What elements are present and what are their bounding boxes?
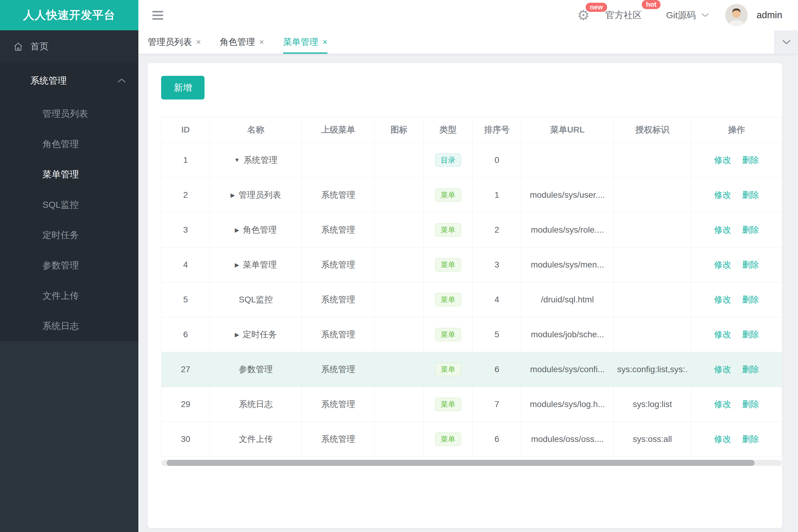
type-badge: 菜单: [435, 363, 461, 376]
scrollbar-thumb[interactable]: [167, 460, 755, 466]
sidebar-item[interactable]: 文件上传: [0, 281, 138, 311]
cell-auth-flag: [614, 178, 691, 213]
edit-link[interactable]: 修改: [714, 434, 731, 444]
community-link[interactable]: 官方社区 hot: [605, 9, 650, 21]
cell-order: 2: [473, 213, 521, 247]
table-header-row: ID 名称 上级菜单 图标 类型 排序号 菜单URL 授权标识 操作: [162, 117, 782, 143]
tab-bar: 管理员列表 × 角色管理 × 菜单管理 ×: [138, 30, 798, 54]
edit-link[interactable]: 修改: [714, 190, 731, 200]
cell-name: ▶定时任务: [210, 317, 302, 352]
close-icon[interactable]: ×: [259, 37, 264, 47]
edit-link[interactable]: 修改: [714, 155, 731, 165]
avatar[interactable]: [725, 4, 748, 26]
cell-id: 6: [162, 317, 210, 352]
close-icon[interactable]: ×: [196, 37, 201, 47]
tab-list-dropdown-button[interactable]: [774, 30, 798, 54]
delete-link[interactable]: 删除: [742, 330, 759, 339]
sidebar-item[interactable]: 定时任务: [0, 220, 138, 250]
cell-icon: [375, 352, 424, 387]
cell-name: ▶角色管理: [210, 213, 302, 247]
menu-name: 定时任务: [243, 329, 277, 340]
edit-link[interactable]: 修改: [714, 365, 731, 374]
username[interactable]: admin: [757, 10, 782, 21]
cell-order: 5: [473, 317, 521, 352]
edit-link[interactable]: 修改: [714, 225, 731, 234]
cell-name: 参数管理: [210, 352, 302, 387]
sidebar-item[interactable]: 参数管理: [0, 250, 138, 281]
edit-link[interactable]: 修改: [714, 260, 731, 269]
cell-menu-url: modules/sys/log.h...: [521, 387, 614, 422]
cell-type: 菜单: [424, 178, 473, 213]
sidebar-item[interactable]: SQL监控: [0, 190, 138, 220]
cell-parent-menu: 系统管理: [302, 213, 375, 247]
sidebar-toggle-button[interactable]: [150, 9, 165, 21]
tab-menu-management[interactable]: 菜单管理 ×: [283, 30, 328, 54]
table-row: 29系统日志系统管理菜单7modules/sys/log.h...sys:log…: [162, 387, 782, 422]
cell-actions: 修改删除: [691, 422, 782, 457]
cell-actions: 修改删除: [691, 247, 782, 282]
delete-link[interactable]: 删除: [742, 260, 759, 269]
cell-parent-menu: [302, 143, 375, 178]
chevron-up-icon: [117, 78, 126, 83]
menu-management-panel: 新增 ID 名称 上级菜单 图标 类型 排: [148, 63, 782, 528]
cell-auth-flag: [614, 143, 691, 178]
tab-role-management[interactable]: 角色管理 ×: [220, 30, 264, 54]
cell-actions: 修改删除: [691, 352, 782, 387]
delete-link[interactable]: 删除: [742, 295, 759, 304]
col-icon: 图标: [375, 117, 424, 143]
edit-link[interactable]: 修改: [714, 295, 731, 304]
horizontal-scrollbar[interactable]: [161, 460, 782, 466]
tab-admin-list[interactable]: 管理员列表 ×: [148, 30, 201, 54]
expand-arrow-icon[interactable]: ▶: [230, 192, 235, 199]
menu-name: 角色管理: [243, 224, 277, 236]
sidebar-section-system[interactable]: 系统管理: [0, 63, 138, 99]
cell-id: 2: [162, 178, 210, 213]
delete-link[interactable]: 删除: [742, 190, 759, 200]
cell-name: 系统日志: [210, 387, 302, 422]
delete-link[interactable]: 删除: [742, 365, 759, 374]
cell-auth-flag: [614, 282, 691, 317]
cell-name: 文件上传: [210, 422, 302, 457]
edit-link[interactable]: 修改: [714, 399, 731, 409]
table-row: 5SQL监控系统管理菜单4/druid/sql.html修改删除: [162, 282, 782, 317]
sidebar-item[interactable]: 管理员列表: [0, 99, 138, 129]
cell-name: ▶菜单管理: [210, 247, 302, 282]
cell-icon: [375, 282, 424, 317]
cell-icon: [375, 143, 424, 178]
cell-order: 0: [473, 143, 521, 178]
close-icon[interactable]: ×: [322, 37, 328, 47]
cell-name: ▶管理员列表: [210, 178, 302, 213]
expand-arrow-icon[interactable]: ▶: [235, 331, 239, 338]
sidebar-item-home[interactable]: 首页: [0, 30, 138, 63]
expand-arrow-icon[interactable]: ▶: [235, 227, 239, 233]
cell-parent-menu: 系统管理: [302, 178, 375, 213]
table-row: 30文件上传系统管理菜单6modules/oss/oss....sys:oss:…: [162, 422, 782, 457]
collapse-arrow-icon[interactable]: ▼: [234, 157, 240, 164]
cell-id: 27: [162, 352, 210, 387]
table-row: 6▶定时任务系统管理菜单5modules/job/sche...修改删除: [162, 317, 782, 352]
type-badge: 菜单: [435, 293, 461, 307]
cell-auth-flag: sys:config:list,sys:.: [614, 352, 691, 387]
delete-link[interactable]: 删除: [742, 399, 759, 409]
cell-type: 菜单: [424, 317, 473, 352]
cell-menu-url: modules/sys/user....: [521, 178, 614, 213]
delete-link[interactable]: 删除: [742, 155, 759, 165]
git-source-dropdown[interactable]: Git源码: [666, 9, 709, 21]
sidebar-item[interactable]: 菜单管理: [0, 159, 138, 190]
expand-arrow-icon[interactable]: ▶: [235, 262, 239, 268]
add-button[interactable]: 新增: [161, 76, 204, 99]
delete-link[interactable]: 删除: [742, 434, 759, 444]
settings-button[interactable]: ⚙︎ new: [577, 8, 590, 22]
edit-link[interactable]: 修改: [714, 330, 731, 339]
cell-id: 5: [162, 282, 210, 317]
cell-actions: 修改删除: [691, 387, 782, 422]
cell-parent-menu: 系统管理: [302, 317, 375, 352]
app-root: 人人快速开发平台 首页 系统管理 管理员列表角色管理菜单管理SQL监控定时任务参…: [0, 0, 798, 532]
cell-auth-flag: [614, 247, 691, 282]
delete-link[interactable]: 删除: [742, 225, 759, 234]
sidebar-item[interactable]: 角色管理: [0, 129, 138, 159]
menu-name: SQL监控: [239, 294, 273, 305]
sidebar-item[interactable]: 系统日志: [0, 311, 138, 341]
cell-id: 3: [162, 213, 210, 247]
cell-order: 6: [473, 422, 521, 457]
